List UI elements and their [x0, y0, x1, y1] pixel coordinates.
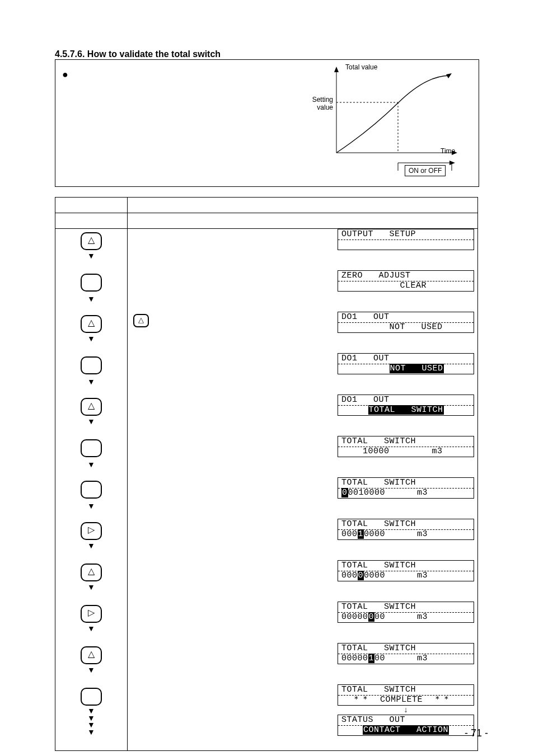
- up-key-icon: △: [81, 232, 102, 250]
- svg-marker-10: [449, 161, 455, 165]
- section-heading: 4.5.7.6. How to validate the total switc…: [55, 49, 221, 59]
- lcd-display: TOTAL SWITCH00010000 m3: [338, 477, 474, 499]
- lcd-display: TOTAL SWITCH00000000 m3: [338, 602, 474, 623]
- flow-arrow-down-icon: ▼: [56, 251, 127, 260]
- flow-arrow-down-icon: ▼: [56, 583, 127, 591]
- up-key-icon: △: [81, 564, 102, 581]
- up-key-icon: △: [81, 398, 102, 416]
- lcd-display: ZERO ADJUST CLEAR: [338, 270, 474, 292]
- right-key-icon: ▷: [81, 522, 102, 540]
- bullet: ●: [62, 69, 68, 81]
- transition-arrow-icon: ↓: [338, 706, 474, 715]
- flow-arrow-down-icon: ▼: [56, 501, 127, 510]
- lcd-display: TOTAL SWITCH00000000 m3: [338, 560, 474, 581]
- flow-arrow-down-icon: ▼: [56, 624, 127, 633]
- lcd-display: TOTAL SWITCH00000100 m3: [338, 643, 474, 664]
- chart-output-label: ON or OFF: [405, 165, 446, 176]
- lcd-display: TOTAL SWITCH00010000 m3: [338, 519, 474, 540]
- enter-key-icon: [81, 274, 102, 292]
- enter-key-icon: [81, 481, 102, 499]
- lcd-display: TOTAL SWITCH 10000 m3: [338, 436, 474, 457]
- operation-table: △ ▼ OUTPUT SETUP ▼ ZERO ADJUST CLEAR: [55, 197, 478, 751]
- flow-arrow-down-icon: ▼: [56, 377, 127, 386]
- chart-ylabel: Total value: [345, 63, 377, 71]
- flow-arrows-down-icon: ▼▼▼▼: [56, 707, 127, 735]
- chart-setting-label: Setting value: [303, 96, 333, 111]
- lcd-display: OUTPUT SETUP: [338, 229, 474, 250]
- flow-arrow-down-icon: ▼: [56, 294, 127, 303]
- page-number: - 71 -: [465, 727, 488, 739]
- flow-arrow-down-icon: ▼: [56, 334, 127, 343]
- table-header-desc: [128, 198, 478, 213]
- right-key-icon: ▷: [81, 605, 102, 623]
- up-key-icon: △: [81, 315, 102, 333]
- flow-arrow-down-icon: ▼: [56, 665, 127, 674]
- up-key-icon: △: [81, 646, 102, 664]
- svg-marker-1: [334, 67, 339, 72]
- svg-marker-6: [446, 73, 452, 78]
- up-key-inline-icon: △: [133, 314, 149, 327]
- enter-key-icon: [81, 356, 102, 374]
- chart-xlabel: Time: [441, 147, 455, 155]
- lcd-display: DO1 OUT NOT USED: [338, 353, 474, 374]
- flow-arrow-down-icon: ▼: [56, 460, 127, 469]
- lcd-display: DO1 OUT TOTAL SWITCH: [338, 395, 474, 416]
- flow-arrow-down-icon: ▼: [56, 417, 127, 426]
- lcd-display: TOTAL SWITCH ＊＊ COMPLETE ＊＊ ↓ STATUS OUT…: [338, 684, 474, 736]
- enter-key-icon: [81, 439, 102, 457]
- table-header-key: [55, 198, 128, 213]
- enter-key-icon: [81, 688, 102, 706]
- flow-arrow-down-icon: ▼: [56, 541, 127, 550]
- lcd-display: DO1 OUT NOT USED: [338, 312, 474, 333]
- description-box: ● Total value Se: [55, 59, 479, 187]
